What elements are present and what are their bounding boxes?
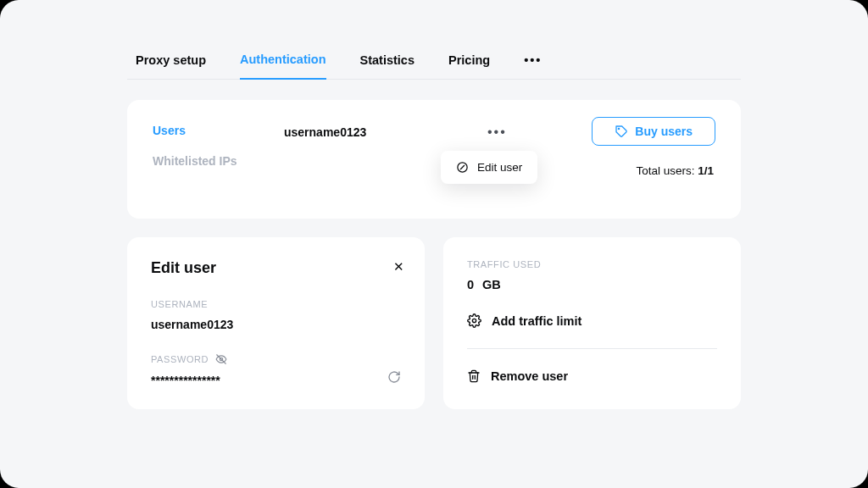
remove-user-button[interactable]: Remove user [467,369,717,383]
edit-user-popover[interactable]: Edit user [441,151,537,184]
traffic-used-value: 0 GB [467,278,717,291]
users-card: Users Whitelisted IPs username0123 ••• B… [127,100,741,219]
tab-more[interactable]: ••• [524,43,542,79]
add-traffic-limit-button[interactable]: Add traffic limit [467,313,717,328]
user-actions-panel: TRAFFIC USED 0 GB Add traffic limit [443,237,741,409]
total-users-text: Total users: 1/1 [636,164,714,177]
detail-panels: Edit user ✕ USERNAME username0123 PASSWO… [127,237,741,409]
password-field-label: PASSWORD [151,353,401,365]
edit-user-title: Edit user [151,259,401,277]
svg-point-3 [472,319,476,322]
username-field-value: username0123 [151,318,401,331]
auth-subnav: Users Whitelisted IPs [153,124,284,168]
tab-authentication[interactable]: Authentication [240,42,326,80]
username-field-label: USERNAME [151,299,401,309]
user-username: username0123 [284,124,366,168]
edit-user-popover-label: Edit user [477,161,522,174]
svg-point-0 [619,128,620,129]
trash-icon [467,369,481,383]
tab-proxy-setup[interactable]: Proxy setup [136,43,206,79]
buy-users-label: Buy users [635,125,693,138]
subnav-whitelisted-ips[interactable]: Whitelisted IPs [153,154,284,168]
app-stage: Proxy setup Authentication Statistics Pr… [0,0,868,488]
edit-icon [456,161,469,174]
subnav-users[interactable]: Users [153,124,284,137]
traffic-used-label: TRAFFIC USED [467,259,717,269]
password-field-value: *************** [151,374,401,387]
edit-user-panel: Edit user ✕ USERNAME username0123 PASSWO… [127,237,425,409]
remove-user-label: Remove user [491,369,568,383]
gear-icon [467,313,481,328]
user-row-more-icon[interactable]: ••• [487,125,507,139]
panel-divider [467,348,717,349]
tag-icon [615,125,628,138]
eye-off-icon[interactable] [215,353,227,365]
primary-tabs: Proxy setup Authentication Statistics Pr… [127,42,741,80]
tab-pricing[interactable]: Pricing [448,43,490,79]
close-icon[interactable]: ✕ [393,259,404,274]
buy-users-button[interactable]: Buy users [592,117,715,146]
refresh-icon[interactable] [387,370,401,384]
add-traffic-limit-label: Add traffic limit [492,314,581,328]
tab-statistics[interactable]: Statistics [360,43,415,79]
